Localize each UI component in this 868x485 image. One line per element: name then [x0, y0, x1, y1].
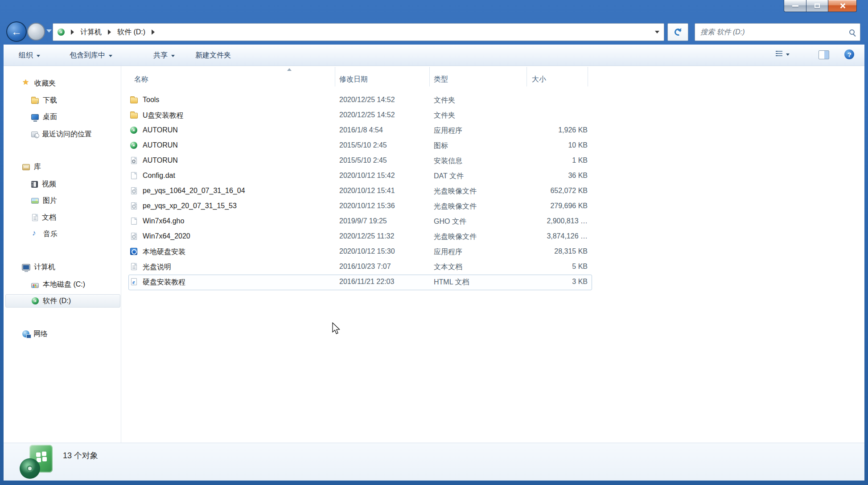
- sidebar-item-music[interactable]: 音乐: [31, 227, 58, 241]
- disc-icon: [20, 458, 40, 479]
- minimize-icon: [792, 5, 798, 7]
- music-icon: [31, 230, 39, 238]
- file-row[interactable]: Win7x64.gho 2019/9/7 19:25 GHO 文件 2,900,…: [121, 214, 864, 229]
- preview-pane-button[interactable]: [819, 50, 829, 59]
- file-date: 2020/10/12 15:30: [339, 247, 395, 255]
- sidebar-item-documents[interactable]: 文档: [31, 211, 56, 224]
- file-icon: [130, 98, 138, 103]
- sidebar-item-recent-places[interactable]: 最近访问的位置: [31, 127, 92, 141]
- history-dropdown-icon[interactable]: [46, 29, 52, 33]
- file-row[interactable]: 光盘说明 2016/10/23 7:07 文本文档 5 KB: [121, 259, 864, 275]
- file-date: 2016/10/23 7:07: [339, 263, 391, 271]
- file-row[interactable]: Tools 2020/12/25 14:52 文件夹: [121, 93, 864, 108]
- refresh-button[interactable]: [667, 23, 688, 41]
- maximize-button[interactable]: [806, 0, 828, 12]
- column-divider[interactable]: [527, 67, 527, 86]
- file-row[interactable]: Config.dat 2020/10/12 15:42 DAT 文件 36 KB: [121, 169, 864, 184]
- sidebar-item-label: 图片: [43, 196, 57, 206]
- file-size: 28,315 KB: [525, 247, 588, 255]
- details-pane: 13 个对象: [4, 443, 864, 481]
- organize-button[interactable]: 组织: [15, 49, 44, 62]
- mouse-cursor: [332, 322, 342, 336]
- file-row[interactable]: 硬盘安装教程 2016/11/21 22:03 HTML 文档 3 KB: [121, 275, 864, 290]
- sidebar-item-downloads[interactable]: 下载: [31, 94, 57, 107]
- share-button[interactable]: 共享: [150, 49, 178, 62]
- file-type: 光盘映像文件: [434, 202, 477, 211]
- sidebar-item-drive-d[interactable]: 软件 (D:): [5, 294, 120, 308]
- sidebar-item-network[interactable]: 网络: [22, 327, 48, 341]
- views-button[interactable]: [776, 51, 790, 58]
- file-row[interactable]: AUTORUN 2015/5/10 2:45 安装信息 1 KB: [121, 153, 864, 169]
- file-row[interactable]: pe_yqs_xp_20_07_31_15_53 2020/10/12 15:3…: [121, 199, 864, 214]
- explorer-content: 收藏夹 下载 桌面 最近访问的位置 库 视频 图片 文档 音乐 计算机 本地磁盘…: [4, 66, 864, 481]
- minimize-button[interactable]: [784, 0, 806, 12]
- sidebar-item-label: 桌面: [43, 112, 57, 122]
- column-divider[interactable]: [335, 67, 335, 86]
- file-row[interactable]: Win7x64_2020 2020/12/25 11:32 光盘映像文件 3,8…: [121, 229, 864, 244]
- file-name: Tools: [143, 96, 159, 104]
- file-type: GHO 文件: [434, 217, 466, 226]
- file-size: 36 KB: [525, 172, 588, 180]
- item-count: 13 个对象: [63, 450, 98, 461]
- breadcrumb-arrow-icon[interactable]: [152, 29, 155, 35]
- address-bar[interactable]: 计算机 软件 (D:): [53, 23, 664, 41]
- sidebar-item-libraries[interactable]: 库: [22, 160, 41, 173]
- sidebar-item-computer[interactable]: 计算机: [22, 260, 55, 274]
- library-icon: [22, 164, 30, 170]
- file-icon: [130, 113, 138, 119]
- file-row[interactable]: AUTORUN 2015/5/10 2:45 图标 10 KB: [121, 138, 864, 153]
- forward-button[interactable]: →: [27, 23, 45, 41]
- file-row[interactable]: 本地硬盘安装 2020/10/12 15:30 应用程序 28,315 KB: [121, 244, 864, 259]
- file-name: U盘安装教程: [143, 111, 184, 120]
- explorer-window: ← → 计算机 软件 (D:) 组织 包含到库中 共享 新建文件夹: [0, 0, 868, 485]
- close-button[interactable]: [828, 0, 857, 12]
- network-icon: [22, 330, 29, 337]
- file-date: 2020/10/12 15:41: [339, 187, 395, 195]
- include-in-library-button[interactable]: 包含到库中: [66, 49, 116, 62]
- file-rows: Tools 2020/12/25 14:52 文件夹 U盘安装教程 2020/1…: [121, 93, 864, 290]
- file-size: 1,926 KB: [525, 126, 588, 134]
- column-divider[interactable]: [588, 67, 588, 86]
- breadcrumb-drive-d[interactable]: 软件 (D:): [117, 28, 145, 37]
- back-button[interactable]: ←: [6, 21, 27, 42]
- sidebar-item-videos[interactable]: 视频: [31, 177, 56, 191]
- sidebar-item-desktop[interactable]: 桌面: [31, 110, 57, 123]
- sidebar-item-local-disk-c[interactable]: 本地磁盘 (C:): [31, 278, 85, 291]
- column-divider[interactable]: [429, 67, 430, 86]
- address-dropdown-icon[interactable]: [655, 31, 659, 33]
- file-row[interactable]: pe_yqs_1064_20_07_31_16_04 2020/10/12 15…: [121, 184, 864, 199]
- file-row[interactable]: U盘安装教程 2020/12/25 14:52 文件夹: [121, 108, 864, 123]
- file-row[interactable]: AUTORUN 2016/1/8 4:54 应用程序 1,926 KB: [121, 123, 864, 138]
- sidebar-item-pictures[interactable]: 图片: [31, 194, 57, 207]
- breadcrumb-arrow-icon[interactable]: [108, 29, 111, 35]
- drive-icon-large: [20, 444, 55, 480]
- file-size: 279,696 KB: [525, 202, 588, 210]
- sidebar-item-favorites[interactable]: 收藏夹: [22, 77, 56, 90]
- column-header-name[interactable]: 名称: [134, 75, 148, 84]
- column-header-type[interactable]: 类型: [434, 75, 448, 84]
- file-size: 1 KB: [525, 156, 588, 164]
- refresh-icon: [673, 27, 683, 37]
- column-header-size[interactable]: 大小: [532, 75, 546, 84]
- file-type: 光盘映像文件: [434, 232, 477, 242]
- search-box[interactable]: [695, 23, 860, 41]
- share-label: 共享: [153, 51, 168, 60]
- sidebar-item-label: 计算机: [34, 263, 55, 272]
- file-type: 图标: [434, 141, 448, 151]
- breadcrumb-arrow-icon[interactable]: [71, 29, 74, 35]
- search-input[interactable]: [700, 28, 849, 36]
- file-icon: [131, 187, 137, 194]
- file-size: 3,874,126 …: [525, 232, 588, 240]
- file-date: 2020/12/25 11:32: [339, 232, 394, 240]
- file-type: 应用程序: [434, 247, 462, 257]
- file-icon: [131, 263, 137, 270]
- column-headers: 名称 修改日期 类型 大小: [121, 66, 864, 93]
- file-size: 5 KB: [525, 263, 588, 271]
- new-folder-button[interactable]: 新建文件夹: [192, 49, 234, 62]
- chevron-down-icon: [786, 53, 790, 56]
- help-button[interactable]: ?: [844, 49, 854, 59]
- column-header-date[interactable]: 修改日期: [339, 75, 368, 84]
- chevron-down-icon: [37, 55, 40, 57]
- breadcrumb-computer[interactable]: 计算机: [80, 28, 102, 37]
- sidebar-item-label: 最近访问的位置: [42, 130, 92, 139]
